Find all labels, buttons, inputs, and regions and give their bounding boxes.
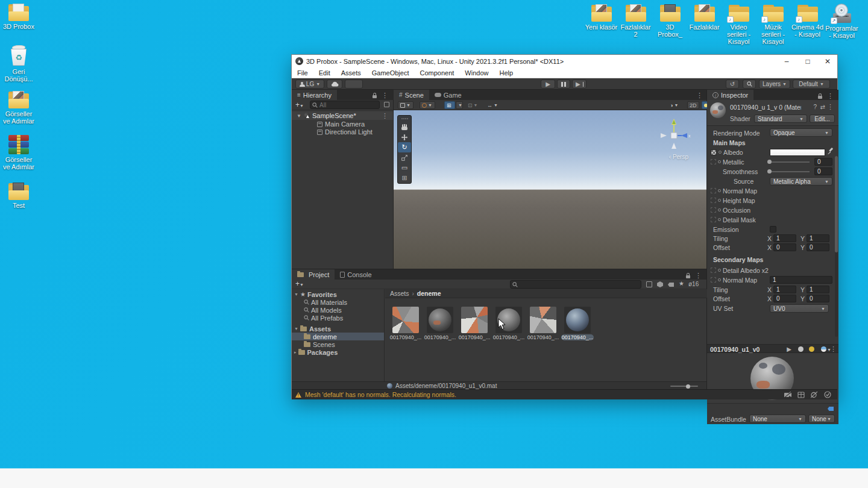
project-search-input[interactable]	[520, 281, 639, 288]
inspector-scrollbar[interactable]	[835, 156, 838, 337]
record-disabled-icon[interactable]	[811, 392, 818, 398]
texture-target-icon[interactable]	[718, 189, 721, 192]
desktop-icon-fazlaliklar[interactable]: Fazlalıklar	[687, 4, 722, 45]
texture-target-icon[interactable]	[718, 199, 721, 202]
desktop-icon-3d-probox[interactable]: 3D Probox	[1, 3, 36, 30]
desktop-icon-fazlaliklar-2[interactable]: Fazlalıklar 2	[618, 4, 653, 45]
foldout-arrow-icon[interactable]: ▸	[294, 350, 297, 355]
tool-settings-button[interactable]: ▼	[398, 101, 414, 109]
rect-tool[interactable]: ▭	[398, 163, 411, 173]
grid-snap-dropdown[interactable]: ▼	[456, 101, 463, 109]
occlusion-texture-slot[interactable]	[711, 207, 716, 213]
shader-edit-button[interactable]: Edit...	[810, 114, 835, 123]
menu-help[interactable]: Help	[494, 67, 518, 78]
hidden-packages-toggle[interactable]: ø16	[688, 281, 699, 287]
scene-panel-kebab-icon[interactable]: ⋮	[696, 92, 703, 99]
scrollbar-thumb[interactable]	[835, 156, 838, 252]
asset-thumbnail-texture[interactable]	[530, 307, 556, 333]
account-button[interactable]: LG▼	[295, 80, 324, 89]
cloud-services-button[interactable]	[327, 80, 342, 89]
package-manager-icon[interactable]	[797, 392, 805, 398]
tab-game[interactable]: Game	[429, 90, 467, 100]
package-icon[interactable]	[657, 281, 663, 287]
layers-dropdown[interactable]: Layers▼	[759, 80, 790, 89]
source-dropdown[interactable]: Metallic Alpha▼	[770, 177, 832, 186]
close-button[interactable]: ✕	[818, 55, 837, 67]
desktop-icon-cinema-4d[interactable]: ♪ Cinema 4d - Kısayol	[790, 4, 825, 45]
minimize-button[interactable]: –	[777, 55, 796, 67]
asset-thumbnail-material[interactable]	[427, 307, 453, 333]
offset-x-field[interactable]: 0	[773, 243, 796, 251]
tree-all-materials[interactable]: All Materials	[292, 298, 384, 306]
presets-icon[interactable]: ⇄	[820, 104, 825, 110]
secondary-normal-value-field[interactable]: 1	[770, 276, 832, 284]
kebab-menu-icon[interactable]: ⋮	[695, 272, 702, 279]
sec-offset-y-field[interactable]: 0	[807, 295, 829, 302]
offset-y-field[interactable]: 0	[807, 243, 829, 251]
rendering-mode-dropdown[interactable]: Opaque▼	[770, 128, 832, 137]
scene-picker-icon[interactable]	[384, 102, 389, 107]
favorites-filter-icon[interactable]: ★	[679, 280, 684, 287]
perspective-toggle[interactable]: ‹ Persp	[669, 154, 688, 160]
desktop-icon-test[interactable]: Test	[1, 182, 36, 209]
menu-edit[interactable]: Edit	[313, 67, 336, 78]
asset-thumbnail-texture[interactable]	[461, 307, 488, 333]
tree-all-models[interactable]: All Models	[292, 306, 384, 314]
menu-gameobject[interactable]: GameObject	[366, 67, 415, 78]
add-object-button[interactable]: +▼	[295, 101, 304, 109]
status-bar[interactable]: Mesh 'default' has no normals. Recalcula…	[292, 389, 837, 399]
tree-all-prefabs[interactable]: All Prefabs	[292, 314, 384, 322]
metallic-value-field[interactable]: 0	[814, 158, 832, 166]
detail-albedo-texture-slot[interactable]	[711, 267, 716, 273]
move-tool[interactable]	[398, 132, 411, 142]
preview-particles-icon[interactable]	[809, 346, 814, 352]
preview-header[interactable]: 00170940_u1_v0 ▶ ▼ ⋮	[707, 344, 838, 353]
slider-knob[interactable]	[686, 384, 690, 389]
preview-lighting-icon[interactable]	[821, 346, 826, 352]
play-button[interactable]: ▶	[541, 80, 555, 89]
desktop-icon-3d-probox-top[interactable]: 3D Probox_	[653, 4, 687, 45]
secondary-normal-texture-slot[interactable]	[711, 277, 716, 283]
camera-disabled-icon[interactable]	[784, 392, 791, 398]
lock-icon[interactable]	[373, 95, 377, 98]
label-filter-icon[interactable]	[668, 283, 674, 287]
detail-mask-texture-slot[interactable]	[711, 217, 716, 222]
foldout-arrow-icon[interactable]: ▼	[294, 327, 298, 331]
scene-row[interactable]: ▼ SampleScene* ⋮	[292, 111, 393, 120]
sec-tiling-x-field[interactable]: 1	[773, 286, 796, 293]
smoothness-value-field[interactable]: 0	[814, 167, 832, 175]
tree-folder-deneme[interactable]: deneme	[292, 333, 384, 340]
foldout-arrow-icon[interactable]: ▼	[297, 113, 301, 119]
tree-favorites[interactable]: ▼ ★ Favorites	[292, 290, 384, 298]
hierarchy-item-main-camera[interactable]: Main Camera	[292, 120, 393, 128]
tab-console[interactable]: Console	[335, 269, 377, 280]
texture-target-icon[interactable]	[718, 269, 721, 272]
shader-dropdown[interactable]: Standard▼	[754, 114, 807, 123]
palette-grip[interactable]	[398, 118, 411, 120]
kebab-menu-icon[interactable]: ⋮	[382, 92, 388, 99]
layout-dropdown[interactable]: Default▼	[793, 80, 830, 89]
tab-hierarchy[interactable]: ≡ Hierarchy	[292, 90, 337, 100]
preview-play-icon[interactable]: ▶	[787, 346, 791, 352]
asset-thumbnail-material-selected[interactable]	[564, 307, 591, 333]
foldout-arrow-icon[interactable]: ▼	[294, 292, 298, 296]
help-icon[interactable]: ?	[813, 104, 817, 110]
scene-viewport[interactable]: ↻ ▭ ⊞ x ‹ Persp	[394, 110, 706, 269]
desktop-icon-gorseller-folder[interactable]: Görseller ve Adımlar	[1, 90, 36, 125]
breadcrumb-current[interactable]: deneme	[417, 290, 441, 297]
scale-tool[interactable]	[398, 152, 411, 163]
tab-inspector[interactable]: i Inspector	[707, 90, 753, 100]
texture-target-icon[interactable]	[718, 278, 721, 281]
open-in-window-icon[interactable]	[646, 281, 652, 287]
uv-set-dropdown[interactable]: UV0▼	[770, 304, 829, 313]
metallic-texture-slot[interactable]	[711, 159, 716, 164]
pause-button[interactable]	[557, 80, 570, 89]
texture-target-icon[interactable]	[719, 151, 722, 154]
tree-folder-scenes[interactable]: Scenes	[292, 340, 384, 348]
maximize-button[interactable]: □	[798, 55, 817, 67]
texture-target-icon[interactable]	[718, 218, 721, 221]
scene-kebab-icon[interactable]: ⋮	[382, 113, 388, 119]
texture-target-icon[interactable]	[718, 160, 721, 163]
desktop-icon-video-serileri[interactable]: ♪ Video serileri - Kısayol	[722, 4, 756, 45]
asset-label-tag-icon[interactable]	[828, 407, 834, 411]
